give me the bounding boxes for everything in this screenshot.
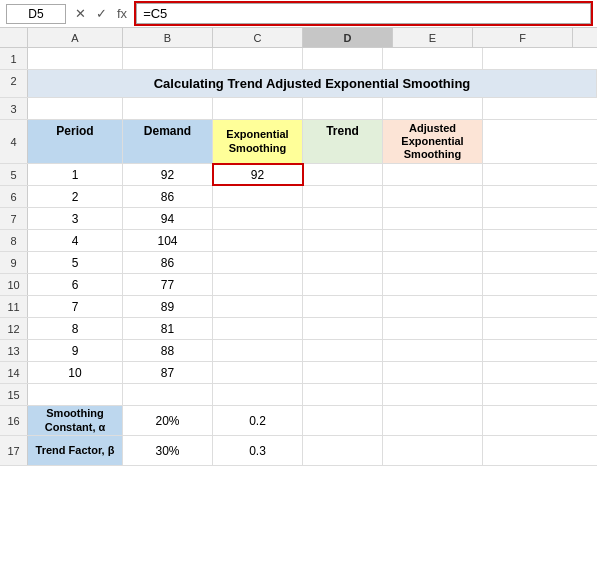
cell-d3[interactable]	[213, 98, 303, 119]
cell-f15[interactable]	[383, 384, 483, 405]
row-6: 6 2 86	[0, 186, 597, 208]
cell-b12[interactable]: 8	[28, 318, 123, 339]
cell-c11[interactable]: 89	[123, 296, 213, 317]
cell-c6[interactable]: 86	[123, 186, 213, 207]
cell-f10[interactable]	[383, 274, 483, 295]
cell-d11[interactable]	[213, 296, 303, 317]
cell-d6[interactable]	[213, 186, 303, 207]
cell-c7[interactable]: 94	[123, 208, 213, 229]
row-17-trend-factor: 17 Trend Factor, β 30% 0.3	[0, 436, 597, 466]
cell-b1[interactable]	[28, 48, 123, 69]
row-15: 15	[0, 384, 597, 406]
cell-e14[interactable]	[303, 362, 383, 383]
cell-c12[interactable]: 81	[123, 318, 213, 339]
cell-f9[interactable]	[383, 252, 483, 273]
row-num-8: 8	[0, 230, 28, 251]
cell-f7[interactable]	[383, 208, 483, 229]
exp-header-line2: Smoothing	[229, 142, 286, 155]
cell-e11[interactable]	[303, 296, 383, 317]
cell-e7[interactable]	[303, 208, 383, 229]
confirm-icon[interactable]: ✓	[93, 5, 110, 22]
cell-b10[interactable]: 6	[28, 274, 123, 295]
cell-d10[interactable]	[213, 274, 303, 295]
cell-b15[interactable]	[28, 384, 123, 405]
cell-d5[interactable]: 92 ◄	[213, 164, 303, 185]
cell-smoothing-pct[interactable]: 20%	[123, 406, 213, 435]
cell-e10[interactable]	[303, 274, 383, 295]
cell-c10[interactable]: 77	[123, 274, 213, 295]
cell-e17[interactable]	[303, 436, 383, 465]
row-num-9: 9	[0, 252, 28, 273]
cell-e3[interactable]	[303, 98, 383, 119]
cell-b14[interactable]: 10	[28, 362, 123, 383]
col-header-A[interactable]: A	[28, 28, 123, 47]
adj-header-line3: Smoothing	[404, 148, 461, 161]
cell-f16[interactable]	[383, 406, 483, 435]
cell-b8[interactable]: 4	[28, 230, 123, 251]
cell-e16[interactable]	[303, 406, 383, 435]
row-num-15: 15	[0, 384, 28, 405]
cell-f11[interactable]	[383, 296, 483, 317]
row-2-title: 2 Calculating Trend Adjusted Exponential…	[0, 70, 597, 98]
cell-d15[interactable]	[213, 384, 303, 405]
cell-c9[interactable]: 86	[123, 252, 213, 273]
cell-c14[interactable]: 87	[123, 362, 213, 383]
cell-d12[interactable]	[213, 318, 303, 339]
col-header-C[interactable]: C	[213, 28, 303, 47]
cell-c8[interactable]: 104	[123, 230, 213, 251]
cancel-icon[interactable]: ✕	[72, 5, 89, 22]
cell-f6[interactable]	[383, 186, 483, 207]
cell-trend-pct[interactable]: 30%	[123, 436, 213, 465]
cell-f12[interactable]	[383, 318, 483, 339]
cell-e12[interactable]	[303, 318, 383, 339]
cell-d9[interactable]	[213, 252, 303, 273]
row-num-17: 17	[0, 436, 28, 465]
cell-c15[interactable]	[123, 384, 213, 405]
cell-c5[interactable]: 92	[123, 164, 213, 185]
cell-d14[interactable]	[213, 362, 303, 383]
exp-header-line1: Exponential	[226, 128, 288, 141]
cell-b3[interactable]	[28, 98, 123, 119]
cell-c1[interactable]	[123, 48, 213, 69]
row-num-16: 16	[0, 406, 28, 435]
cell-f3[interactable]	[383, 98, 483, 119]
col-header-F[interactable]: F	[473, 28, 573, 47]
cell-f17[interactable]	[383, 436, 483, 465]
cell-d7[interactable]	[213, 208, 303, 229]
cell-c13[interactable]: 88	[123, 340, 213, 361]
cell-smoothing-val[interactable]: 0.2	[213, 406, 303, 435]
col-header-B[interactable]: B	[123, 28, 213, 47]
cell-e9[interactable]	[303, 252, 383, 273]
cell-d8[interactable]	[213, 230, 303, 251]
cell-e5[interactable]	[303, 164, 383, 185]
cell-b6[interactable]: 2	[28, 186, 123, 207]
cell-f8[interactable]	[383, 230, 483, 251]
cell-f5[interactable]	[383, 164, 483, 185]
cell-b9[interactable]: 5	[28, 252, 123, 273]
col-header-E[interactable]: E	[393, 28, 473, 47]
formula-input[interactable]: =C5	[136, 3, 591, 24]
cell-trend-val[interactable]: 0.3	[213, 436, 303, 465]
fx-icon[interactable]: fx	[114, 5, 130, 22]
cell-e8[interactable]	[303, 230, 383, 251]
cell-e1[interactable]	[303, 48, 383, 69]
cell-f14[interactable]	[383, 362, 483, 383]
row-5: 5 1 92 92 ◄	[0, 164, 597, 186]
cell-e15[interactable]	[303, 384, 383, 405]
cell-e6[interactable]	[303, 186, 383, 207]
cell-d1[interactable]	[213, 48, 303, 69]
cell-b13[interactable]: 9	[28, 340, 123, 361]
col-header-D[interactable]: D	[303, 28, 393, 47]
cell-b5[interactable]: 1	[28, 164, 123, 185]
row-14: 14 10 87	[0, 362, 597, 384]
label-trend-factor: Trend Factor, β	[28, 436, 123, 465]
cell-d13[interactable]	[213, 340, 303, 361]
cell-reference-box[interactable]: D5	[6, 4, 66, 24]
cell-f1[interactable]	[383, 48, 483, 69]
cell-e13[interactable]	[303, 340, 383, 361]
cell-f13[interactable]	[383, 340, 483, 361]
cell-b7[interactable]: 3	[28, 208, 123, 229]
cell-c3[interactable]	[123, 98, 213, 119]
cell-b11[interactable]: 7	[28, 296, 123, 317]
trend-factor-text: Trend Factor, β	[36, 444, 115, 457]
